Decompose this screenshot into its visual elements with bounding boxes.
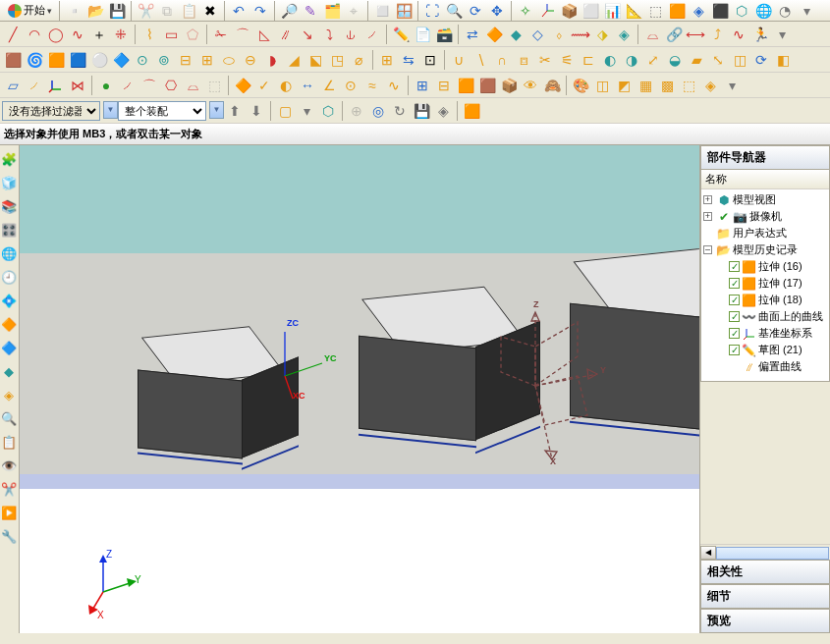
filter-scope-arrow-icon[interactable]: ▼ — [209, 101, 224, 119]
node-history[interactable]: – 📂 模型历史记录 — [703, 242, 829, 258]
node-ext17[interactable]: ✓ 🟧 拉伸 (17) — [703, 275, 829, 292]
wcs-orient-icon[interactable]: ◎ — [367, 100, 389, 122]
sphere-icon[interactable]: ⚪ — [88, 49, 110, 71]
graphics-viewport[interactable]: ZC YC XC — [20, 145, 699, 489]
find-icon[interactable]: 🔍 — [0, 407, 18, 429]
ruled-icon[interactable]: ◇ — [526, 24, 548, 45]
redo-icon[interactable]: ↷ — [249, 0, 271, 22]
chamfer2-icon[interactable]: ◢ — [283, 49, 304, 71]
point-set-icon[interactable]: ⁜ — [110, 24, 132, 45]
pan-icon[interactable]: ✥ — [486, 0, 508, 22]
extract-icon[interactable]: 📄 — [412, 24, 433, 45]
unite-icon[interactable]: ∪ — [448, 49, 470, 71]
line-icon[interactable]: ╱ — [2, 24, 24, 45]
intersect-icon[interactable]: ∩ — [491, 49, 513, 71]
scroll-thumb[interactable] — [716, 547, 829, 560]
part-navigator-header[interactable]: 部件导航器 — [700, 145, 830, 170]
check-icon[interactable]: ✓ — [253, 75, 275, 96]
select-box-icon[interactable]: ◻️ — [371, 0, 393, 22]
curve-proj-icon[interactable]: ↘ — [297, 24, 318, 45]
sel-face-icon[interactable]: ▢ — [274, 100, 296, 122]
blend-icon[interactable]: ◗ — [261, 49, 283, 71]
node-offsetcurve[interactable]: ✓ ⫽ 偏置曲线 — [703, 358, 829, 375]
subtract-icon[interactable]: ∖ — [470, 49, 491, 71]
radius-icon[interactable]: ⊙ — [340, 75, 361, 96]
hide2-icon[interactable]: 🙈 — [541, 75, 563, 96]
nav-hscroll[interactable]: ◀ — [700, 544, 830, 560]
arc-icon[interactable]: ◠ — [24, 24, 45, 45]
constraint-icon[interactable]: ◈ — [0, 384, 18, 405]
law-ext-icon[interactable]: ⤴ — [706, 24, 728, 45]
sew-icon[interactable]: ⧈ — [513, 49, 534, 71]
clip-icon[interactable]: ✂️ — [0, 478, 18, 500]
nav-column-name[interactable]: 名称 — [701, 170, 829, 189]
point-icon[interactable]: ＋ — [88, 24, 110, 45]
shell-icon[interactable]: ◳ — [326, 49, 348, 71]
pocket-icon[interactable]: ⊟ — [175, 49, 196, 71]
extract2-icon[interactable]: ◧ — [772, 49, 794, 71]
preview-panel[interactable]: 预览 — [700, 609, 830, 633]
deviation-icon[interactable]: ≈ — [361, 75, 383, 96]
more2-icon[interactable]: ▾ — [771, 24, 793, 45]
profile-icon[interactable]: ⎔ — [160, 75, 182, 96]
checkbox[interactable]: ✓ — [729, 278, 740, 289]
offset-face-icon[interactable]: ⊏ — [578, 49, 599, 71]
mirror-icon[interactable]: ⇆ — [398, 49, 419, 71]
chamfer-icon[interactable]: ◺ — [253, 24, 275, 45]
circle-icon[interactable]: ◯ — [45, 24, 67, 45]
bounded-icon[interactable]: 🔶 — [483, 24, 505, 45]
expand-icon[interactable]: + — [703, 212, 712, 221]
datum-plane-icon[interactable]: ▱ — [2, 75, 24, 96]
checkbox[interactable]: ✓ — [729, 311, 740, 322]
draft-icon[interactable]: ⬕ — [304, 49, 326, 71]
save-icon[interactable]: 💾 — [106, 0, 128, 22]
datum-csys[interactable]: Z Y X — [481, 307, 619, 476]
filter-scope-select[interactable]: 整个装配 — [118, 101, 206, 121]
sel-up-icon[interactable]: ⬆ — [224, 100, 246, 122]
zoom-icon[interactable]: 🔍 — [443, 0, 465, 22]
curve-len-icon[interactable]: ⟋ — [361, 24, 383, 45]
datum-axis-icon[interactable]: ⟋ — [24, 75, 45, 96]
fit-icon[interactable]: ⛶ — [421, 0, 443, 22]
layer-icon[interactable]: 🗂️ — [321, 0, 343, 22]
open-icon[interactable]: 📂 — [84, 0, 106, 22]
facet-icon[interactable]: ◈ — [699, 75, 721, 96]
wrap2-icon[interactable]: ⟳ — [750, 49, 772, 71]
tool-icon[interactable]: 🔧 — [0, 525, 18, 547]
play-icon[interactable]: ▶️ — [0, 502, 18, 523]
feat-cube-icon[interactable]: 🟧 — [461, 100, 482, 122]
rectangle-icon[interactable]: ▭ — [160, 24, 182, 45]
fillet-icon[interactable]: ⌒ — [232, 24, 253, 45]
wcs-dynamics-icon[interactable] — [536, 0, 558, 22]
group-icon[interactable]: ⊞ — [412, 75, 433, 96]
sel-body-icon[interactable]: ⬡ — [317, 100, 339, 122]
point2-icon[interactable]: ● — [95, 75, 117, 96]
stretch-icon[interactable]: ⟷ — [685, 24, 706, 45]
instance-icon[interactable]: ⊡ — [419, 49, 441, 71]
collapse-icon[interactable]: – — [703, 245, 712, 254]
nplane-icon[interactable]: ◈ — [613, 24, 635, 45]
more-icon[interactable]: ◔ — [774, 0, 796, 22]
simplify-icon[interactable]: ◫ — [729, 49, 750, 71]
layers-icon[interactable]: 📋 — [0, 431, 18, 453]
hole-icon[interactable]: ⊙ — [132, 49, 153, 71]
drafting-icon[interactable]: 📐 — [623, 0, 644, 22]
window-icon[interactable]: 🪟 — [393, 0, 415, 22]
through-icon[interactable]: ⬨ — [548, 24, 570, 45]
node-modelview[interactable]: + ⬢ 模型视图 — [703, 191, 829, 208]
rotate-icon[interactable]: ⟳ — [465, 0, 486, 22]
ungroup-icon[interactable]: ⊟ — [433, 75, 455, 96]
sel-down-icon[interactable]: ⬇ — [246, 100, 267, 122]
isometric-icon[interactable]: ◈ — [688, 0, 709, 22]
block-icon[interactable]: 🟧 — [666, 0, 688, 22]
part-nav-icon[interactable]: 🧊 — [0, 172, 18, 193]
edge-icon[interactable]: ▰ — [686, 49, 707, 71]
box1-icon[interactable]: 🟧 — [455, 75, 476, 96]
analyze2-icon[interactable]: 🔶 — [232, 75, 253, 96]
distance-icon[interactable]: ↔ — [297, 75, 318, 96]
analyze-icon[interactable]: 📊 — [601, 0, 623, 22]
node-datumcsys[interactable]: ✓ 基准坐标系 — [703, 325, 829, 342]
cube2-icon[interactable]: ⬛ — [709, 0, 731, 22]
arc2-icon[interactable]: ⌒ — [138, 75, 160, 96]
layer-set-icon[interactable]: 🗃️ — [433, 24, 455, 45]
